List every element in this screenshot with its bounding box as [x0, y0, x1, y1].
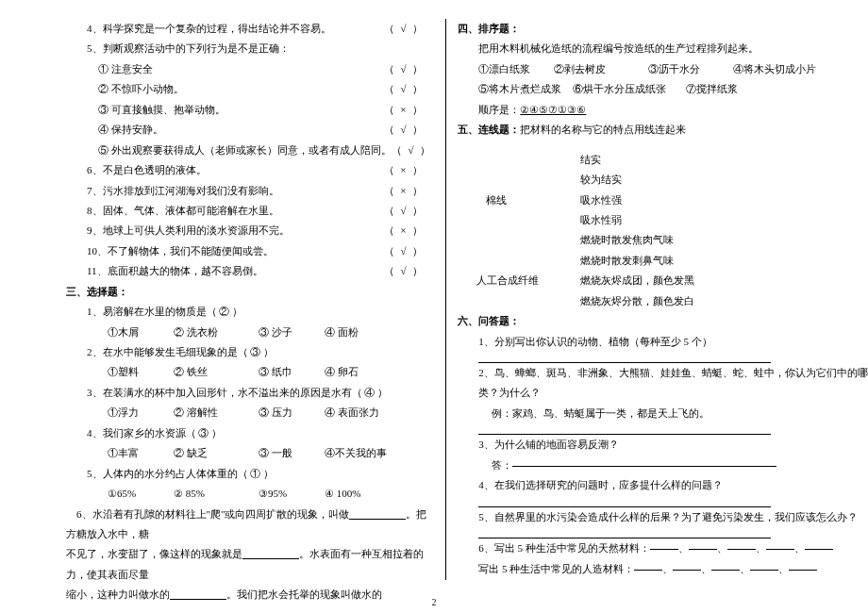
- tf-sub: ② 不惊吓小动物。（ √ ）: [66, 79, 434, 99]
- mc-option: ③ 沙子: [259, 323, 325, 342]
- tf-item: 6、不是白色透明的液体。（ × ）: [66, 160, 434, 180]
- tf-mark: （ √ ）: [384, 59, 435, 79]
- mc-question: 3、在装满水的杯中加入回形针，水不溢出来的原因是水有（ ④ ）: [66, 383, 434, 403]
- right-column: 四、排序题： 把用木料机械化造纸的流程编号按造纸的生产过程排列起来。 ①漂白纸浆…: [446, 19, 868, 580]
- mc-option: ③ 一般: [259, 443, 325, 463]
- tf-item: 8、固体、气体、液体都可能溶解在水里。（ √ ）: [66, 201, 434, 221]
- tf-text: ③ 可直接触摸、抱举动物。: [98, 100, 225, 120]
- tf-item: 7、污水排放到江河湖海对我们没有影响。（ × ）: [66, 181, 434, 201]
- tf-text: ① 注意安全: [98, 59, 153, 79]
- mc-option: ④ 表面张力: [325, 403, 379, 422]
- tf-mark: （ × ）: [384, 160, 435, 180]
- mc-option: ①65%: [108, 484, 174, 504]
- qa-blank[interactable]: [727, 538, 756, 550]
- fill-text: 6、水沿着有孔隙的材料往上"爬"或向四周扩散的现象，叫做: [66, 508, 349, 520]
- tf-mark: （ √ ）: [384, 241, 435, 261]
- tf-text: 5、判断观察活动中的下列行为是不是正确：: [87, 39, 290, 58]
- mc-question: 4、我们家乡的水资源（ ③ ）: [66, 423, 434, 443]
- qa-item: 3、为什么铺的地面容易反潮？: [458, 435, 868, 455]
- qa-item: 写出 5 种生活中常见的人造材料：、、、、: [458, 559, 868, 579]
- qa-blank[interactable]: [766, 538, 794, 550]
- tf-mark: （ √ ）: [384, 261, 435, 281]
- qa-blank[interactable]: [750, 559, 778, 571]
- mc-option: ①丰富: [108, 443, 174, 463]
- seq-item: ③沥干水分: [648, 59, 733, 79]
- mc-options: ①丰富② 缺乏③ 一般④不关我的事: [66, 443, 434, 463]
- tf-sub: ⑤ 外出观察要获得成人（老师或家长）同意，或者有成人陪同。（ √ ）: [66, 141, 434, 160]
- qa-blank[interactable]: [634, 559, 662, 571]
- tf-mark: （ √ ）: [384, 201, 435, 221]
- tf-sub: ④ 保持安静。（ √ ）: [66, 120, 434, 140]
- qa-blank[interactable]: [673, 559, 701, 571]
- tf-text: ④ 保持安静。: [98, 120, 163, 140]
- tf-text: 10、不了解物体，我们不能随便闻或尝。: [87, 241, 274, 261]
- seq-item: ④将木头切成小片: [733, 59, 816, 79]
- mc-option: ①塑料: [108, 362, 174, 382]
- mc-option: ② 铁丝: [174, 362, 259, 382]
- match-right: 燃烧时散发刺鼻气味: [580, 251, 674, 271]
- seq-row: ①漂白纸浆②剥去树皮③沥干水分④将木头切成小片: [458, 59, 868, 79]
- fill-blank[interactable]: [242, 548, 299, 559]
- tf-text: ⑤ 外出观察要获得成人（老师或家长）同意，或者有成人陪同。: [98, 141, 392, 160]
- qa-blank[interactable]: [789, 559, 817, 571]
- tf-text: 7、污水排放到江河湖海对我们没有影响。: [87, 181, 279, 201]
- qa-blankline[interactable]: [458, 352, 868, 363]
- seq-intro: 把用木料机械化造纸的流程编号按造纸的生产过程排列起来。: [458, 39, 868, 58]
- qa-blank[interactable]: [512, 456, 776, 467]
- qa-answer: 答：: [458, 456, 868, 475]
- mc-option: ④ 卵石: [325, 362, 359, 382]
- tf-sub: ③ 可直接触摸、抱举动物。（ × ）: [66, 100, 434, 120]
- qa-blankline[interactable]: [458, 496, 868, 507]
- tf-mark: （ √ ）: [384, 19, 435, 39]
- match-row: 结实: [458, 150, 868, 170]
- tf-item: 11、底面积越大的物体，越不容易倒。（ √ ）: [66, 261, 434, 281]
- tf-text: 6、不是白色透明的液体。: [87, 160, 207, 180]
- seq-answer-value: ②④⑤⑦①③⑥: [520, 100, 586, 120]
- tf-mark: （ √ ）: [384, 79, 435, 99]
- match-right: 燃烧时散发焦肉气味: [580, 230, 674, 250]
- qa-ans-label: 答：: [492, 456, 512, 475]
- match-row: 较为结实: [458, 170, 868, 190]
- qa-blankline[interactable]: [458, 423, 868, 435]
- mc-option: ③ 压力: [259, 403, 325, 422]
- qa-blank[interactable]: [805, 538, 833, 550]
- fill-blank[interactable]: [66, 609, 123, 613]
- match-row: 棉线吸水性强: [458, 191, 868, 210]
- seq-item: ⑥烘干水分压成纸张: [573, 79, 686, 99]
- fill-text: 。: [123, 609, 133, 613]
- qa-example: 例：家鸡、鸟、蜻蜓属于一类，都是天上飞的。: [458, 404, 868, 423]
- match-row: 燃烧灰烬分散，颜色发白: [458, 291, 868, 311]
- tf-sub: ① 注意安全（ √ ）: [66, 59, 434, 79]
- match-left: 棉线: [458, 191, 580, 210]
- mc-option: ② 溶解性: [174, 403, 259, 422]
- qa-blank[interactable]: [650, 538, 678, 550]
- qa-blankline[interactable]: [458, 527, 868, 538]
- mc-option: ③ 纸巾: [259, 362, 325, 382]
- page-number: 2: [0, 597, 868, 607]
- mc-options: ①65%② 85%③95%④ 100%: [66, 484, 434, 504]
- qa-blank[interactable]: [711, 559, 740, 571]
- seq-item: ⑦搅拌纸浆: [686, 79, 738, 99]
- section-6-head: 六、问答题：: [458, 311, 868, 331]
- qa-item: 5、自然界里的水污染会造成什么样的后果？为了避免污染发生，我们应该怎么办？: [458, 507, 868, 527]
- qa-item: 6、写出 5 种生活中常见的天然材料：、、、、: [458, 538, 868, 558]
- tf-mark: （ √ ）: [384, 120, 435, 140]
- left-column: 4、科学探究是一个复杂的过程，得出结论并不容易。（ √ ） 5、判断观察活动中的…: [66, 19, 446, 580]
- fill-blank[interactable]: [349, 508, 406, 520]
- tf-item: 5、判断观察活动中的下列行为是不是正确：: [66, 39, 434, 58]
- mc-option: ④不关我的事: [325, 443, 387, 463]
- match-right: 结实: [580, 150, 601, 170]
- seq-item: ②剥去树皮: [554, 59, 648, 79]
- tf-item: 9、地球上可供人类利用的淡水资源用不完。（ × ）: [66, 221, 434, 240]
- mc-option: ③95%: [259, 484, 325, 504]
- mc-options: ①塑料② 铁丝③ 纸巾④ 卵石: [66, 362, 434, 382]
- qa-item: 1、分别写出你认识的动物、植物（每种至少 5 个）: [458, 332, 868, 352]
- mc-option: ② 缺乏: [174, 443, 259, 463]
- match-right: 吸水性弱: [580, 210, 622, 230]
- mc-question: 1、易溶解在水里的物质是（ ② ）: [66, 302, 434, 322]
- qa-blank[interactable]: [689, 538, 717, 550]
- match-row: 人工合成纤维燃烧灰烬成团，颜色发黑: [458, 271, 868, 290]
- section-5-head: 五、连线题：把材料的名称与它的特点用线连起来: [458, 120, 868, 140]
- fill-text: 不见了，水变甜了，像这样的现象就是: [66, 548, 242, 559]
- tf-text: 8、固体、气体、液体都可能溶解在水里。: [87, 201, 279, 221]
